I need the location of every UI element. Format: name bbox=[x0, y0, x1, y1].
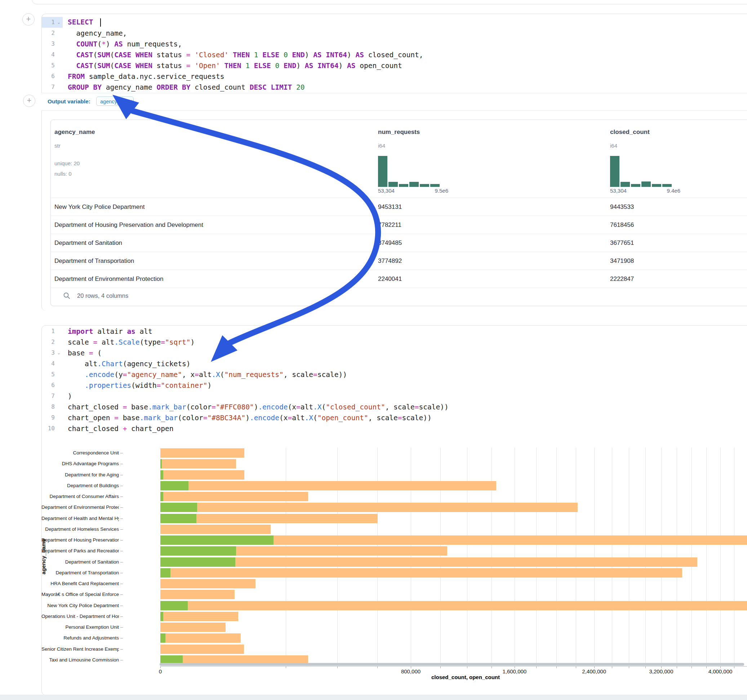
x-axis-minor-tick bbox=[377, 666, 378, 668]
histogram-bar bbox=[652, 184, 661, 187]
table-cell: 3774892 bbox=[378, 252, 402, 270]
bar-closed-count bbox=[160, 579, 256, 588]
fold-column bbox=[55, 49, 63, 60]
code-line: 3⌄base = ( bbox=[42, 347, 747, 358]
bar-closed-count bbox=[160, 448, 244, 458]
line-number: 7 bbox=[42, 391, 55, 401]
column-type: str bbox=[54, 143, 60, 149]
table-cell: 9443533 bbox=[610, 198, 634, 216]
chart-plot-area bbox=[160, 448, 747, 665]
code-line: 4 CAST(SUM(CASE WHEN status = 'Closed' T… bbox=[42, 49, 747, 60]
bar-open-count bbox=[160, 557, 235, 567]
y-axis-label: Taxi and Limousine Commission bbox=[41, 657, 119, 662]
line-number: 2 bbox=[42, 337, 55, 347]
gridline bbox=[467, 448, 467, 665]
x-axis-label: 4,000,000 bbox=[695, 668, 745, 674]
line-number: 6 bbox=[42, 71, 55, 82]
code-line: 1import altair as alt bbox=[42, 326, 747, 337]
y-axis-label: DHS Advantage Programs bbox=[41, 461, 119, 466]
search-icon[interactable] bbox=[63, 292, 70, 301]
python-code-editor[interactable]: 1import altair as alt2scale = alt.Scale(… bbox=[42, 326, 747, 434]
line-number: 8 bbox=[42, 401, 55, 412]
gridline bbox=[734, 448, 734, 665]
sql-code-editor[interactable]: 1⌄SELECT 2 agency_name,3 COUNT(*) AS num… bbox=[42, 17, 747, 92]
code-line: 9chart_open = base.mark_bar(color="#8BC3… bbox=[42, 412, 747, 423]
table-row[interactable]: New York City Police Department945313194… bbox=[51, 198, 747, 216]
y-axis-label: Correspondence Unit bbox=[41, 450, 119, 456]
output-variable-label: Output variable: bbox=[48, 98, 91, 105]
y-axis-label: Department of Environmental Protection bbox=[41, 504, 119, 510]
bar-closed-count bbox=[160, 525, 271, 534]
x-axis-title: closed_count, open_count bbox=[415, 674, 516, 680]
code-text: SELECT bbox=[63, 18, 101, 27]
line-number: 10 bbox=[42, 423, 55, 434]
line-number: 4 bbox=[42, 358, 55, 369]
table-cell: 7618456 bbox=[610, 216, 634, 234]
code-text: FROM sample_data.nyc.service_requests bbox=[63, 72, 224, 81]
code-line: 2scale = alt.Scale(type="sqrt") bbox=[42, 337, 747, 347]
code-text: .encode(y="agency_name", x=alt.X("num_re… bbox=[63, 371, 347, 379]
bar-open-count bbox=[160, 481, 189, 490]
plus-icon: + bbox=[27, 96, 32, 105]
code-line: 8chart_closed = base.mark_bar(color="#FF… bbox=[42, 401, 747, 412]
gridline bbox=[706, 448, 707, 665]
y-axis-label: Operations Unit - Department of Hom… bbox=[41, 614, 119, 619]
x-axis-minor-tick bbox=[440, 666, 441, 668]
bar-open-count bbox=[160, 634, 165, 643]
gridline bbox=[691, 448, 692, 665]
code-text: .properties(width="container") bbox=[63, 381, 212, 389]
bar-closed-count bbox=[160, 481, 496, 490]
gridline bbox=[411, 448, 411, 665]
fold-column bbox=[55, 39, 63, 49]
histogram-bar bbox=[399, 184, 408, 187]
line-number: 1 bbox=[42, 326, 55, 337]
code-text: CAST(SUM(CASE WHEN status = 'Open' THEN … bbox=[63, 62, 402, 70]
add-cell-button-middle[interactable]: + bbox=[23, 95, 35, 107]
code-text: import altair as alt bbox=[63, 327, 153, 336]
x-axis-minor-tick bbox=[286, 666, 286, 668]
gridline bbox=[556, 448, 557, 665]
line-number: 1 bbox=[42, 17, 55, 28]
code-text: COUNT(*) AS num_requests, bbox=[63, 40, 182, 48]
y-axis-label: Mayorâ€ s Office of Special Enforce… bbox=[41, 591, 119, 597]
y-axis-tick bbox=[120, 617, 123, 617]
chart-horizontal-scrollbar[interactable] bbox=[160, 663, 744, 666]
gridline bbox=[576, 448, 576, 665]
code-line: 6 .properties(width="container") bbox=[42, 380, 747, 391]
gridline bbox=[629, 448, 629, 665]
bar-closed-count bbox=[160, 623, 225, 632]
x-axis-label: 800,000 bbox=[386, 668, 436, 674]
histogram-bar bbox=[631, 184, 640, 187]
table-cell: 9453131 bbox=[378, 198, 402, 216]
y-axis-tick bbox=[120, 507, 123, 508]
code-line: 10chart_closed + chart_open bbox=[42, 423, 747, 434]
y-axis-tick bbox=[120, 519, 123, 519]
table-row[interactable]: Department of Sanitation37494853677651 bbox=[51, 234, 747, 252]
histogram-min-label: 53,304 bbox=[378, 188, 395, 194]
table-row[interactable]: Department of Environmental Protection22… bbox=[51, 270, 747, 288]
table-row[interactable]: Department of Transportation377489234719… bbox=[51, 252, 747, 270]
y-axis-label: Department for the Aging bbox=[41, 472, 119, 477]
histogram-bar bbox=[420, 184, 429, 187]
code-line: 7GROUP BY agency_name ORDER BY closed_co… bbox=[42, 82, 747, 92]
gridline bbox=[440, 448, 441, 665]
output-variable-pill[interactable]: agency_tickets bbox=[96, 97, 134, 106]
code-text: chart_open = base.mark_bar(color="#8BC34… bbox=[63, 414, 432, 422]
y-axis-label: Personal Exemption Unit bbox=[41, 625, 119, 630]
dataframe-table-card: agency_namestrunique: 20nulls: 0num_requ… bbox=[50, 119, 747, 306]
code-line: 2 agency_name, bbox=[42, 28, 747, 39]
gridline bbox=[377, 448, 378, 665]
y-axis-tick bbox=[120, 649, 123, 650]
histogram-max-label: 9.5e6 bbox=[435, 188, 448, 194]
add-cell-button-top[interactable]: + bbox=[22, 13, 35, 26]
code-text: base = ( bbox=[63, 349, 101, 357]
fold-column bbox=[55, 369, 63, 380]
table-cell: Department of Transportation bbox=[54, 252, 134, 270]
bar-closed-count bbox=[160, 612, 238, 621]
code-text: alt.Chart(agency_tickets) bbox=[63, 360, 190, 368]
y-axis-title: agency_name bbox=[40, 528, 47, 585]
table-cell: Department of Sanitation bbox=[54, 234, 122, 252]
bar-open-count bbox=[160, 612, 163, 621]
table-row[interactable]: Department of Housing Preservation and D… bbox=[51, 216, 747, 234]
y-axis-tick bbox=[120, 606, 123, 606]
